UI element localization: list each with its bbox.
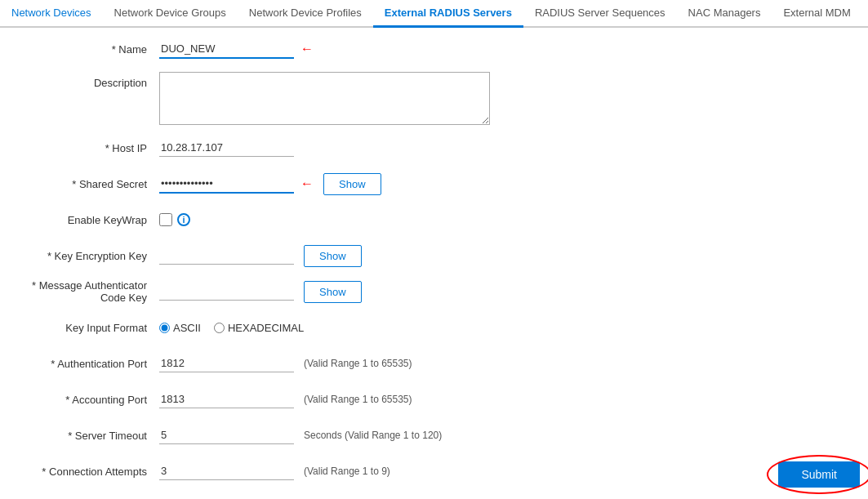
host-ip-label: * Host IP: [16, 142, 159, 154]
tab-external-radius-servers[interactable]: External RADIUS Servers: [373, 0, 523, 28]
shared-secret-show-button[interactable]: Show: [323, 173, 381, 195]
key-encryption-show-button[interactable]: Show: [304, 245, 362, 267]
key-input-format-label: Key Input Format: [16, 322, 159, 334]
shared-secret-arrow-annotation: ←: [300, 176, 314, 191]
enable-keywrap-row: Enable KeyWrap i: [16, 207, 852, 233]
proxy-failover-label: Radius ProxyFailover Expiration: [16, 495, 159, 497]
auth-port-label: * Authentication Port: [16, 358, 159, 370]
radio-ascii-label: ASCII: [173, 322, 201, 334]
proxy-failover-row: Radius ProxyFailover Expiration i(valid …: [16, 494, 852, 497]
tab-network-device-groups[interactable]: Network Device Groups: [103, 0, 238, 28]
message-auth-row: * Message Authenticator Code Key Show: [16, 278, 852, 305]
tab-network-devices[interactable]: Network Devices: [0, 0, 103, 28]
name-row: * Name ←: [16, 36, 852, 62]
server-timeout-input[interactable]: [159, 426, 294, 444]
key-input-format-radio-group: ASCII HEXADECIMAL: [159, 322, 304, 334]
radio-hex-label: HEXADECIMAL: [228, 322, 304, 334]
tab-more[interactable]: More: [862, 0, 868, 28]
host-ip-input[interactable]: [159, 139, 294, 157]
accounting-port-row: * Accounting Port (Valid Range 1 to 6553…: [16, 386, 852, 412]
connection-attempts-row: * Connection Attempts (Valid Range 1 to …: [16, 458, 852, 484]
radio-hex-input[interactable]: [214, 323, 225, 333]
keywrap-info-icon[interactable]: i: [177, 213, 190, 226]
message-auth-show-button[interactable]: Show: [304, 281, 362, 303]
auth-port-input[interactable]: [159, 354, 294, 372]
name-input[interactable]: [159, 40, 294, 59]
key-encryption-key-row: * Key Encryption Key Show: [16, 243, 852, 269]
name-arrow-annotation: ←: [300, 42, 314, 56]
description-label: Description: [16, 72, 159, 89]
auth-port-row: * Authentication Port (Valid Range 1 to …: [16, 350, 852, 376]
key-input-format-row: Key Input Format ASCII HEXADECIMAL: [16, 314, 852, 341]
connection-attempts-input[interactable]: [159, 462, 294, 480]
connection-attempts-hint: (Valid Range 1 to 9): [304, 466, 390, 477]
description-row: Description: [16, 72, 852, 125]
radio-hex-option[interactable]: HEXADECIMAL: [214, 322, 304, 334]
radio-ascii-option[interactable]: ASCII: [159, 322, 201, 334]
key-encryption-key-input[interactable]: [159, 247, 294, 265]
tab-radius-server-sequences[interactable]: RADIUS Server Sequences: [523, 0, 677, 28]
tab-network-device-profiles[interactable]: Network Device Profiles: [238, 0, 373, 28]
host-ip-row: * Host IP: [16, 135, 852, 161]
server-timeout-hint: Seconds (Valid Range 1 to 120): [304, 430, 442, 441]
description-textarea[interactable]: [159, 72, 490, 125]
radio-ascii-input[interactable]: [159, 323, 170, 333]
enable-keywrap-label: Enable KeyWrap: [16, 214, 159, 226]
shared-secret-row: * Shared Secret ← Show: [16, 171, 852, 197]
connection-attempts-label: * Connection Attempts: [16, 466, 159, 478]
tab-external-mdm[interactable]: External MDM: [772, 0, 861, 28]
server-timeout-row: * Server Timeout Seconds (Valid Range 1 …: [16, 422, 852, 448]
tab-nac-managers[interactable]: NAC Managers: [677, 0, 772, 28]
server-timeout-label: * Server Timeout: [16, 430, 159, 442]
accounting-port-hint: (Valid Range 1 to 65535): [304, 394, 412, 405]
name-label: * Name: [16, 43, 159, 56]
tab-bar: Network Devices Network Device Groups Ne…: [0, 0, 868, 28]
message-auth-input[interactable]: [159, 283, 294, 301]
enable-keywrap-checkbox[interactable]: [159, 213, 172, 226]
shared-secret-label: * Shared Secret: [16, 178, 159, 190]
shared-secret-input[interactable]: [159, 175, 294, 194]
accounting-port-input[interactable]: [159, 390, 294, 408]
submit-wrapper: Submit: [778, 461, 860, 488]
submit-area: Submit: [778, 461, 860, 488]
form-area: * Name ← Description * Host IP * Shared …: [0, 28, 868, 497]
submit-button[interactable]: Submit: [778, 461, 860, 488]
auth-port-hint: (Valid Range 1 to 65535): [304, 358, 412, 369]
accounting-port-label: * Accounting Port: [16, 394, 159, 406]
key-encryption-key-label: * Key Encryption Key: [16, 250, 159, 262]
message-auth-label: * Message Authenticator Code Key: [16, 279, 159, 304]
